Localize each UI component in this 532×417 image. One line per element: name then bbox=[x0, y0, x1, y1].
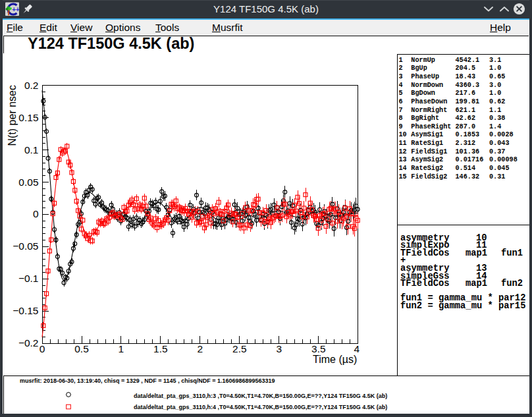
svg-text:N(t) per nsec: N(t) per nsec bbox=[7, 85, 18, 146]
